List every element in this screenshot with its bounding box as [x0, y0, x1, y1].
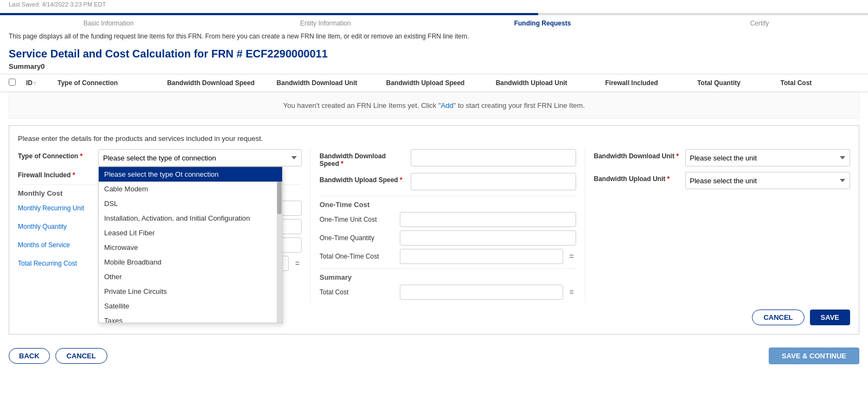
sort-arrow-icon: ↑ — [34, 80, 36, 86]
add-link[interactable]: Add — [441, 101, 454, 110]
summary-section-label: Summary — [320, 273, 576, 281]
step-certify: Certify — [651, 20, 868, 27]
bw-download-speed-label-text: Bandwidth Download Speed — [320, 152, 386, 168]
dropdown-item-cable-modem[interactable]: Cable Modem — [99, 182, 282, 196]
type-connection-dropdown-container: Please select the type of connection Ple… — [98, 149, 302, 166]
header-checkbox-cell — [9, 79, 22, 87]
page-title: Service Detail and Cost Calculation for … — [0, 43, 868, 61]
bw-upload-speed-label-text: Bandwidth Upload Speed — [320, 176, 398, 184]
type-connection-row: Type of Connection * Please select the t… — [18, 149, 302, 166]
back-button[interactable]: BACK — [9, 348, 50, 364]
dropdown-placeholder-item: Please select the type Ot connection — [99, 167, 282, 182]
progress-bar-container: Basic Information Entity Information Fun… — [0, 9, 868, 29]
one-time-cost-section-label: One-Time Cost — [320, 201, 576, 209]
bw-download-unit-row: Bandwidth Download Unit * Please select … — [594, 149, 851, 166]
bw-upload-speed-req: * — [400, 176, 403, 184]
step-funding: Funding Requests — [434, 20, 651, 27]
total-one-time-cost-row: Total One-Time Cost = — [320, 249, 576, 264]
header-cost: Total Cost — [781, 79, 859, 87]
mid-col: Bandwidth Download Speed * Bandwidth Upl… — [311, 149, 585, 303]
dropdown-item-dsl[interactable]: DSL — [99, 196, 282, 211]
total-cost-row: Total Cost = — [320, 285, 576, 300]
progress-bar-fill — [0, 13, 538, 15]
empty-message-text: You haven't created an FRN Line Items ye… — [283, 101, 585, 110]
bw-download-speed-input[interactable] — [411, 149, 576, 166]
total-recurring-cost-label: Total Recurring Cost — [18, 260, 94, 267]
bw-download-unit-req: * — [676, 152, 679, 160]
header-id: ID ↑ — [26, 79, 53, 87]
form-save-button[interactable]: SAVE — [810, 310, 850, 325]
header-buu: Bandwidth Upload Unit — [496, 79, 601, 87]
one-time-quantity-input[interactable] — [400, 230, 576, 246]
summary-label: Summary0 — [0, 61, 868, 74]
empty-message: You haven't created an FRN Line Items ye… — [9, 92, 859, 119]
bw-download-speed-row: Bandwidth Download Speed * — [320, 149, 576, 168]
right-col: Bandwidth Download Unit * Please select … — [585, 149, 851, 303]
monthly-quantity-label: Monthly Quantity — [18, 223, 94, 230]
bw-upload-unit-select[interactable]: Please select the unit — [685, 172, 851, 189]
page-footer: BACK CANCEL SAVE & CONTINUE — [0, 341, 868, 371]
form-card: Please enter the details for the product… — [9, 125, 859, 334]
header-bds: Bandwidth Download Speed — [167, 79, 272, 87]
form-card-title: Please enter the details for the product… — [18, 134, 850, 143]
type-connection-label-text: Type of Connection — [18, 152, 78, 160]
dropdown-item-taxes[interactable]: Taxes — [99, 313, 282, 323]
progress-steps: Basic Information Entity Information Fun… — [0, 15, 868, 29]
total-one-time-cost-label: Total One-Time Cost — [320, 253, 395, 260]
one-time-unit-cost-label: One-Time Unit Cost — [320, 216, 395, 223]
dropdown-item-leased-lit-fiber[interactable]: Leased Lit Fiber — [99, 226, 282, 240]
total-recurring-equals: = — [293, 259, 302, 268]
bw-download-speed-req: * — [341, 160, 343, 168]
select-all-checkbox[interactable] — [9, 79, 16, 86]
dropdown-item-microwave[interactable]: Microwave — [99, 240, 282, 255]
dropdown-scroll: Cable Modem DSL Installation, Activation… — [99, 182, 282, 323]
form-cancel-button[interactable]: CANCEL — [752, 310, 804, 325]
step-entity: Entity Information — [217, 20, 434, 27]
monthly-recurring-unit-label: Monthly Recurring Unit — [18, 204, 94, 212]
header-id-label: ID — [26, 79, 33, 87]
footer-left-buttons: BACK CANCEL — [9, 348, 107, 364]
total-one-time-cost-input[interactable] — [400, 249, 563, 264]
progress-bar-track — [0, 13, 868, 15]
footer-cancel-button[interactable]: CANCEL — [55, 348, 107, 364]
one-time-unit-cost-input[interactable] — [400, 212, 576, 227]
type-connection-label: Type of Connection * — [18, 152, 94, 160]
step-basic: Basic Information — [0, 20, 217, 27]
bw-upload-unit-label: Bandwidth Upload Unit * — [594, 175, 681, 183]
firewall-label-text: Firewall Included — [18, 171, 71, 179]
one-time-quantity-label: One-Time Quantity — [320, 234, 395, 242]
bw-download-speed-label: Bandwidth Download Speed * — [320, 152, 406, 168]
section-divider-3 — [320, 268, 576, 269]
dropdown-item-other[interactable]: Other — [99, 269, 282, 284]
one-time-quantity-row: One-Time Quantity — [320, 230, 576, 246]
dropdown-item-private-line[interactable]: Private Line Circuits — [99, 284, 282, 299]
total-cost-label: Total Cost — [320, 288, 395, 296]
bw-upload-speed-input[interactable] — [411, 173, 576, 190]
type-connection-dropdown-open: Please select the type Ot connection Cab… — [98, 166, 283, 323]
scrollbar-indicator — [277, 182, 282, 323]
table-header: ID ↑ Type of Connection Bandwidth Downlo… — [0, 74, 868, 92]
save-continue-button[interactable]: SAVE & CONTINUE — [769, 347, 859, 364]
last-saved-text: Last Saved: 4/14/2022 3:23 PM EDT — [0, 0, 868, 9]
header-fw: Firewall Included — [605, 79, 693, 87]
firewall-req: * — [73, 171, 75, 179]
dropdown-item-satellite[interactable]: Satellite — [99, 299, 282, 313]
header-bdu: Bandwidth Download Unit — [277, 79, 382, 87]
bw-download-unit-label: Bandwidth Download Unit * — [594, 152, 681, 160]
type-connection-req: * — [80, 152, 82, 160]
bw-download-unit-select[interactable]: Please select the unit — [685, 149, 851, 166]
months-of-service-label: Months of Service — [18, 241, 94, 249]
type-connection-select[interactable]: Please select the type of connection — [98, 149, 302, 166]
total-one-time-equals: = — [567, 252, 576, 261]
total-cost-equals: = — [567, 288, 576, 297]
info-text: This page displays all of the funding re… — [0, 29, 868, 43]
header-type: Type of Connection — [58, 79, 163, 87]
bw-download-unit-label-text: Bandwidth Download Unit — [594, 152, 675, 160]
scrollbar-thumb — [277, 182, 282, 214]
firewall-label: Firewall Included * — [18, 171, 94, 179]
total-cost-input[interactable] — [400, 285, 563, 300]
bw-upload-speed-label: Bandwidth Upload Speed * — [320, 176, 406, 184]
dropdown-item-mobile-broadband[interactable]: Mobile Broadband — [99, 255, 282, 269]
dropdown-item-installation[interactable]: Installation, Activation, and Initial Co… — [99, 211, 282, 226]
form-main: Type of Connection * Please select the t… — [18, 149, 850, 303]
